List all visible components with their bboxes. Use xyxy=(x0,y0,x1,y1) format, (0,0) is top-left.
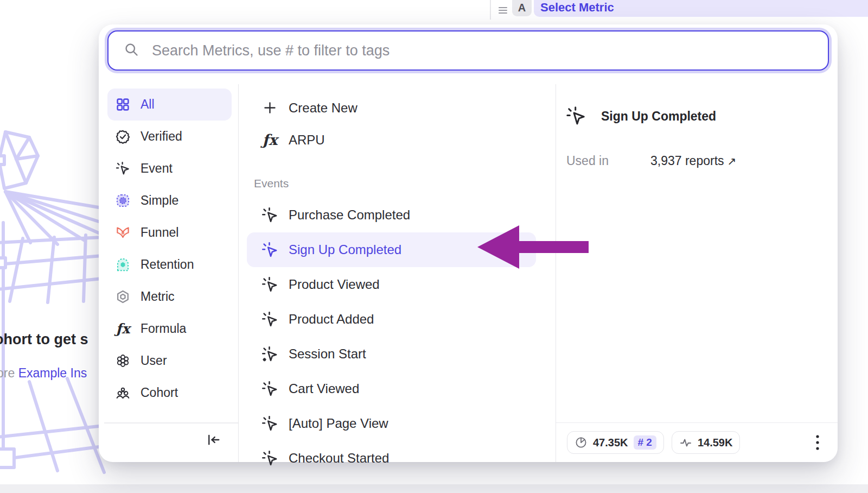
select-metric-label: Select Metric xyxy=(540,1,614,15)
reports-link[interactable]: 3,937 reports↗ xyxy=(650,154,736,168)
events-section-header: Events xyxy=(247,156,556,198)
list-item-purchase-completed[interactable]: Purchase Completed xyxy=(247,198,536,232)
example-insights-link[interactable]: Example Ins xyxy=(18,366,87,380)
more-options-button[interactable] xyxy=(809,433,826,452)
sidebar-item-retention[interactable]: Retention xyxy=(107,249,232,281)
list-item-checkout-started[interactable]: Checkout Started xyxy=(247,441,536,476)
sidebar-item-label: Cohort xyxy=(141,385,178,400)
sidebar-item-label: Formula xyxy=(141,321,186,336)
metric-list: Create New ƒx ARPU Events Purchase Compl… xyxy=(239,84,556,462)
activity-icon xyxy=(679,436,692,449)
event-cursor-icon xyxy=(261,415,278,432)
list-item-label: Cart Viewed xyxy=(289,381,359,396)
chip-value: 47.35K xyxy=(593,437,628,449)
detail-title: Sign Up Completed xyxy=(601,109,716,124)
sidebar-item-funnel[interactable]: Funnel xyxy=(107,217,232,249)
plus-icon xyxy=(261,99,278,116)
background-subline: ore Example Ins xyxy=(0,366,87,381)
report-count-chip[interactable]: 47.35K # 2 xyxy=(567,431,664,454)
create-new-label: Create New xyxy=(289,100,358,116)
cohort-people-icon xyxy=(116,385,130,400)
list-item-auto-page-view[interactable]: [Auto] Page View xyxy=(247,406,536,441)
event-cursor-icon xyxy=(261,242,278,258)
sidebar-item-label: Verified xyxy=(141,129,182,144)
list-item-label: Product Viewed xyxy=(289,277,380,292)
list-item-label: Sign Up Completed xyxy=(289,242,401,257)
metric-picker-dialog: All Verified xyxy=(99,24,838,462)
list-item-arpu[interactable]: ƒx ARPU xyxy=(247,124,536,156)
list-item-label: ARPU xyxy=(289,132,325,148)
sidebar-item-label: Simple xyxy=(141,193,178,208)
sidebar-item-label: Metric xyxy=(141,289,175,304)
sidebar-item-label: All xyxy=(141,97,155,112)
user-cluster-icon xyxy=(116,353,130,368)
session-event-cursor-icon xyxy=(261,346,278,363)
simple-shape-icon xyxy=(116,193,130,208)
search-icon xyxy=(124,42,139,59)
list-item-label: [Auto] Page View xyxy=(289,416,388,431)
event-cursor-icon xyxy=(116,161,130,176)
sidebar-item-simple[interactable]: Simple xyxy=(107,185,232,217)
retention-icon xyxy=(116,257,130,272)
sidebar-item-label: User xyxy=(141,353,167,368)
hexagon-icon xyxy=(116,289,130,304)
window-bottom-edge xyxy=(0,484,868,493)
category-sidebar: All Verified xyxy=(99,84,239,462)
activity-count-chip[interactable]: 14.59K xyxy=(672,431,741,454)
list-item-product-added[interactable]: Product Added xyxy=(247,302,536,337)
list-item-label: Product Added xyxy=(289,312,374,327)
screen: A Select Metric ohort to get s or xyxy=(0,0,868,493)
list-item-product-viewed[interactable]: Product Viewed xyxy=(247,267,536,302)
pie-chart-icon xyxy=(575,436,588,449)
metric-row-label: A xyxy=(512,0,532,16)
sidebar-item-label: Funnel xyxy=(141,225,178,240)
background-headline: ohort to get s xyxy=(0,331,88,348)
sidebar-item-verified[interactable]: Verified xyxy=(107,121,232,153)
sidebar-item-user[interactable]: User xyxy=(107,345,232,377)
chip-value: 14.59K xyxy=(698,437,733,449)
verified-badge-icon xyxy=(116,129,130,144)
sidebar-item-metric[interactable]: Metric xyxy=(107,281,232,313)
sidebar-item-label: Event xyxy=(141,161,173,176)
select-metric-row[interactable]: Select Metric xyxy=(534,0,868,17)
sidebar-item-label: Retention xyxy=(141,257,194,272)
panel-divider xyxy=(490,0,491,20)
background-illustration xyxy=(0,122,106,475)
formula-icon: ƒx xyxy=(116,321,130,336)
list-item-session-start[interactable]: Session Start xyxy=(247,337,536,371)
sidebar-item-all[interactable]: All xyxy=(107,89,232,121)
list-item-sign-up-completed[interactable]: Sign Up Completed xyxy=(247,232,536,267)
external-link-icon: ↗ xyxy=(727,155,737,167)
event-cursor-icon xyxy=(566,106,586,127)
rank-badge: # 2 xyxy=(634,435,656,450)
detail-footer: 47.35K # 2 14.59K xyxy=(556,422,838,462)
event-cursor-icon xyxy=(261,276,278,293)
used-in-label: Used in xyxy=(566,154,650,168)
list-item-label: Session Start xyxy=(289,346,366,362)
detail-header: Sign Up Completed xyxy=(556,84,838,127)
search-bar[interactable] xyxy=(107,30,829,71)
sidebar-item-event[interactable]: Event xyxy=(107,153,232,185)
picker-columns: All Verified xyxy=(99,84,838,462)
drag-handle-icon[interactable] xyxy=(497,4,509,18)
list-item-label: Purchase Completed xyxy=(289,207,410,223)
formula-icon: ƒx xyxy=(261,131,278,148)
background-subline-prefix: ore xyxy=(0,366,15,380)
search-input[interactable] xyxy=(151,42,822,60)
metric-detail-panel: Sign Up Completed Used in 3,937 reports↗ xyxy=(556,84,838,462)
sidebar-item-formula[interactable]: ƒx Formula xyxy=(107,313,232,345)
funnel-icon xyxy=(116,225,130,240)
event-cursor-icon xyxy=(261,207,278,224)
sidebar-item-cohort[interactable]: Cohort xyxy=(107,377,232,409)
grid-icon xyxy=(116,97,130,112)
create-new-button[interactable]: Create New xyxy=(247,92,536,124)
event-cursor-icon xyxy=(261,450,278,467)
list-item-label: Checkout Started xyxy=(289,451,389,466)
sidebar-footer-divider xyxy=(104,422,238,424)
event-cursor-icon xyxy=(261,381,278,397)
collapse-sidebar-button[interactable] xyxy=(205,431,223,449)
list-item-cart-viewed[interactable]: Cart Viewed xyxy=(247,371,536,406)
used-in-row: Used in 3,937 reports↗ xyxy=(566,154,838,168)
event-cursor-icon xyxy=(261,311,278,328)
